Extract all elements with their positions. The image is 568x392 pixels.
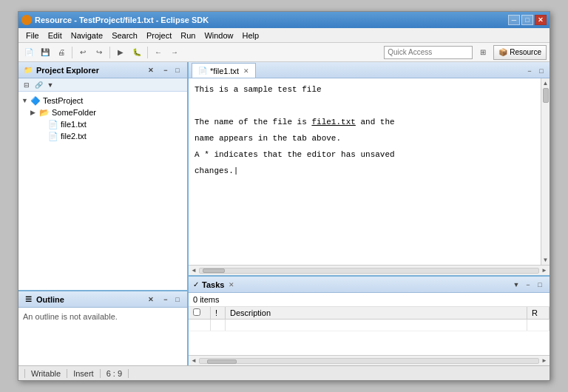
editor-line-5: A * indicates that the editor has unsave… (195, 146, 535, 163)
file2-label: file2.txt (61, 132, 87, 141)
main-content: 📁 Project Explorer ✕ − □ ⊟ 🔗 ▼ (18, 62, 550, 365)
tasks-panel: ✓ Tasks ✕ ▼ − □ 0 items ! (189, 277, 550, 365)
tasks-content: 0 items ! Description R (189, 293, 550, 355)
main-window: Resource - TestProject/file1.txt - Eclip… (18, 11, 550, 381)
tasks-maximize-btn[interactable]: □ (535, 280, 545, 290)
row-r-cell (527, 320, 550, 331)
tasks-minimize-btn[interactable]: − (523, 280, 533, 290)
tree-item-file1[interactable]: 📄 file1.txt (21, 118, 184, 130)
toolbar: 📄 💾 🖨 ↩ ↪ ▶ 🐛 ← → ⊞ 📦 Resource (18, 43, 550, 62)
outline-minimize-btn[interactable]: − (160, 294, 171, 305)
editor-maximize-btn[interactable]: □ (536, 66, 547, 76)
outline-actions: ✕ (146, 294, 156, 305)
project-explorer-icon: 📁 (23, 65, 33, 75)
file2-icon: 📄 (48, 131, 58, 141)
window-title: Resource - TestProject/file1.txt - Eclip… (35, 16, 508, 24)
explorer-menu-icon[interactable]: ▼ (45, 80, 55, 90)
tasks-bottom-bar: ◄ ► (189, 355, 550, 365)
toolbar-btn-undo[interactable]: ↩ (75, 45, 90, 60)
menu-file[interactable]: File (21, 30, 44, 41)
tasks-h-track[interactable] (199, 358, 539, 364)
menu-navigate[interactable]: Navigate (67, 30, 107, 41)
folder-label: SomeFolder (52, 108, 96, 117)
close-button[interactable]: ✕ (535, 15, 547, 25)
scroll-right-arrow[interactable]: ► (539, 267, 550, 274)
outline-close-icon[interactable]: ✕ (146, 294, 156, 305)
tasks-scroll-left[interactable]: ◄ (189, 357, 199, 364)
row-check-cell (189, 320, 211, 331)
quick-access-input[interactable] (384, 46, 473, 59)
menu-window[interactable]: Window (200, 30, 237, 41)
quick-access-area: ⊞ 📦 Resource (384, 45, 547, 60)
menu-bar: File Edit Navigate Search Project Run Wi… (18, 28, 550, 43)
tree-item-testproject[interactable]: ▼ 🔷 TestProject (21, 95, 184, 107)
toolbar-sep-2 (109, 47, 110, 58)
app-icon (21, 15, 32, 25)
outline-icon: ☰ (23, 294, 33, 305)
right-panel: 📄 *file1.txt ✕ − □ This is a sample test… (189, 62, 550, 365)
editor-text[interactable]: This is a sample test file The name of t… (189, 78, 541, 265)
scroll-up-arrow[interactable]: ▲ (543, 80, 549, 87)
tasks-header: ✓ Tasks ✕ ▼ − □ (189, 277, 550, 293)
link-editor-icon[interactable]: 🔗 (33, 80, 44, 90)
expand-arrow: ▼ (21, 97, 29, 104)
outline-message: An outline is not available. (23, 312, 118, 321)
toolbar-btn-save[interactable]: 💾 (38, 45, 53, 60)
tasks-dropdown-icon[interactable]: ▼ (511, 280, 521, 290)
outline-title: Outline (36, 295, 146, 304)
h-scrollbar-thumb[interactable] (203, 268, 225, 273)
tree-item-somefolder[interactable]: ▶ 📂 SomeFolder (21, 107, 184, 118)
menu-search[interactable]: Search (107, 30, 142, 41)
toolbar-btn-new[interactable]: 📄 (21, 45, 36, 60)
menu-project[interactable]: Project (142, 30, 176, 41)
project-explorer-panel: 📁 Project Explorer ✕ − □ ⊟ 🔗 ▼ (18, 62, 187, 291)
explorer-close-icon[interactable]: ✕ (146, 65, 156, 75)
minimize-button[interactable]: ─ (508, 15, 520, 25)
tasks-h-thumb[interactable] (207, 359, 237, 364)
scroll-down-arrow[interactable]: ▼ (543, 257, 549, 263)
outline-panel: ☰ Outline ✕ − □ An outline is not availa… (18, 291, 187, 365)
toolbar-btn-run[interactable]: ▶ (113, 45, 128, 60)
tab-close-icon[interactable]: ✕ (243, 67, 249, 75)
status-position: 6 : 9 (101, 369, 129, 378)
toolbar-sep-3 (147, 47, 148, 58)
menu-edit[interactable]: Edit (44, 30, 67, 41)
table-row (189, 320, 550, 331)
collapse-all-icon[interactable]: ⊟ (21, 80, 32, 90)
toolbar-btn-back[interactable]: ← (151, 45, 166, 60)
editor-tab-file1[interactable]: 📄 *file1.txt ✕ (192, 63, 256, 78)
folder-arrow: ▶ (30, 109, 38, 116)
tasks-rows (189, 320, 550, 355)
scroll-thumb[interactable] (543, 88, 549, 103)
tasks-close-icon[interactable]: ✕ (229, 281, 234, 288)
file1-label: file1.txt (61, 120, 87, 129)
explorer-minimize-btn[interactable]: − (160, 65, 171, 75)
toolbar-sep-1 (72, 47, 72, 58)
tab-file-icon: 📄 (198, 67, 207, 75)
toolbar-btn-debug[interactable]: 🐛 (129, 45, 144, 60)
open-perspective-icon[interactable]: ⊞ (476, 45, 490, 60)
h-scrollbar-track[interactable] (199, 268, 539, 274)
scroll-left-arrow[interactable]: ◄ (189, 267, 199, 274)
toolbar-btn-redo[interactable]: ↪ (92, 45, 106, 60)
editor-line-4: name appears in the tab above. (195, 130, 535, 146)
title-bar: Resource - TestProject/file1.txt - Eclip… (18, 12, 550, 28)
explorer-maximize-btn[interactable]: □ (172, 65, 183, 75)
toolbar-btn-print[interactable]: 🖨 (54, 45, 69, 60)
tasks-scroll-right[interactable]: ► (539, 357, 550, 364)
editor-line-2 (195, 98, 535, 114)
tasks-count: 0 items (189, 293, 550, 307)
outline-maximize-btn[interactable]: □ (172, 294, 183, 305)
editor-minimize-btn[interactable]: − (524, 66, 535, 76)
editor-vertical-scrollbar[interactable]: ▲ ▼ (541, 78, 550, 265)
menu-run[interactable]: Run (176, 30, 200, 41)
menu-help[interactable]: Help (238, 30, 264, 41)
toolbar-btn-forward[interactable]: → (167, 45, 182, 60)
maximize-button[interactable]: □ (521, 15, 533, 25)
editor-tab-actions: − □ (524, 66, 547, 78)
editor-area: 📄 *file1.txt ✕ − □ This is a sample test… (189, 62, 550, 277)
editor-line-1: This is a sample test file (195, 81, 535, 98)
tree-item-file2[interactable]: 📄 file2.txt (21, 130, 184, 142)
tasks-check-all[interactable] (193, 308, 200, 316)
perspective-button[interactable]: 📦 Resource (493, 45, 547, 60)
